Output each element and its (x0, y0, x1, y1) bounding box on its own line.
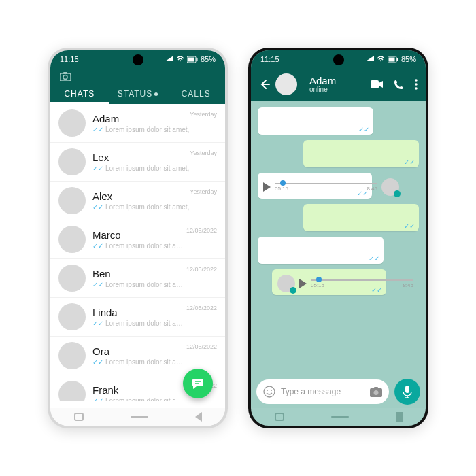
android-nav-bar (50, 408, 225, 426)
battery-icon (187, 56, 198, 63)
outgoing-message[interactable]: ✓✓ (303, 204, 419, 231)
chat-preview: ✓✓Lorem ipsum dolor sit amet, (92, 203, 190, 211)
read-ticks-icon: ✓✓ (92, 165, 103, 172)
read-ticks-icon: ✓✓ (92, 358, 103, 366)
chat-avatar (58, 381, 86, 401)
read-ticks-icon: ✓✓ (358, 126, 369, 133)
back-button[interactable] (195, 412, 202, 422)
chat-row[interactable]: Linda ✓✓Lorem ipsum dolor sit amet 12/05… (50, 298, 225, 337)
svg-rect-1 (188, 57, 194, 61)
wifi-icon (165, 56, 173, 63)
svg-point-4 (63, 75, 67, 80)
chat-preview: ✓✓Lorem ipsum dolor sit amet (92, 320, 186, 327)
read-ticks-icon: ✓✓ (404, 222, 415, 230)
battery-percent: 85% (401, 55, 416, 63)
signal-icon (377, 56, 385, 63)
chat-preview: ✓✓Lorem ipsum dolor sit amet, (92, 126, 190, 133)
chat-row[interactable]: Marco ✓✓Lorem ipsum dolor sit amet 12/05… (50, 220, 225, 259)
voice-record-button[interactable] (394, 379, 420, 405)
chat-preview: ✓✓Lorem ipsum dolor sit amet (92, 397, 186, 401)
chat-preview: ✓✓Lorem ipsum dolor sit amet (92, 242, 186, 250)
message-placeholder: Type a message (281, 387, 364, 396)
camera-icon[interactable] (60, 72, 71, 81)
message-input[interactable]: Type a message (256, 379, 389, 404)
chat-row[interactable]: Alex ✓✓Lorem ipsum dolor sit amet, Yeste… (50, 182, 225, 220)
message-area[interactable]: ✓✓ ✓✓ 05:158:45 ✓✓ ✓✓ ✓✓ (251, 101, 426, 374)
read-ticks-icon: ✓✓ (357, 190, 368, 197)
chat-avatar (58, 187, 86, 214)
back-button[interactable] (396, 412, 403, 422)
svg-point-13 (415, 83, 418, 86)
svg-rect-5 (63, 72, 67, 74)
contact-avatar[interactable] (275, 73, 297, 95)
contact-name: Adam (309, 75, 336, 86)
recent-apps-button[interactable] (275, 413, 284, 421)
read-ticks-icon: ✓✓ (92, 281, 103, 288)
tab-bar: CHATS STATUS CALLS (50, 84, 225, 104)
read-ticks-icon: ✓✓ (369, 255, 379, 262)
chat-row[interactable]: Adam ✓✓Lorem ipsum dolor sit amet, Yeste… (50, 104, 225, 143)
chat-row[interactable]: Lex ✓✓Lorem ipsum dolor sit amet, Yester… (50, 143, 225, 182)
chat-time: 12/05/2022 (186, 305, 217, 311)
message-composer: Type a message (251, 375, 426, 408)
read-ticks-icon: ✓✓ (371, 286, 382, 294)
chat-time: Yesterday (190, 111, 217, 118)
video-call-icon[interactable] (371, 80, 383, 88)
outgoing-message[interactable]: ✓✓ (303, 140, 419, 167)
battery-icon (388, 56, 398, 63)
signal-icon (176, 56, 184, 63)
outgoing-voice-message[interactable]: 05:158:45 ✓✓ (272, 269, 386, 295)
voice-progress[interactable] (275, 183, 377, 184)
voice-time-duration: 8:45 (403, 282, 413, 288)
incoming-message[interactable]: ✓✓ (258, 237, 384, 264)
voice-progress[interactable] (311, 279, 413, 281)
contact-status: online (309, 86, 336, 93)
chat-avatar (58, 303, 86, 330)
svg-point-12 (415, 79, 418, 82)
chat-time: Yesterday (190, 188, 217, 195)
home-button[interactable] (331, 416, 349, 418)
tab-status-label: STATUS (118, 89, 153, 99)
chat-time: 12/05/2022 (186, 266, 217, 273)
recent-apps-button[interactable] (74, 413, 84, 421)
play-icon[interactable] (263, 182, 271, 192)
more-menu-icon[interactable] (415, 79, 418, 90)
voice-call-icon[interactable] (394, 80, 404, 90)
attach-camera-icon[interactable] (370, 387, 382, 397)
chat-name: Linda (92, 307, 186, 318)
chat-avatar (58, 109, 86, 137)
svg-point-17 (271, 390, 272, 391)
home-button[interactable] (131, 416, 148, 418)
sender-avatar (381, 178, 399, 196)
chat-time: 12/05/2022 (186, 227, 217, 234)
play-icon[interactable] (299, 279, 307, 288)
conversation-header: Adam online (251, 68, 426, 101)
chat-preview: ✓✓Lorem ipsum dolor sit amet (92, 358, 186, 366)
chat-row[interactable]: Ben ✓✓Lorem ipsum dolor sit amet 12/05/2… (50, 259, 225, 298)
emoji-icon[interactable] (263, 386, 275, 398)
voice-time-current: 05:15 (311, 282, 324, 288)
svg-rect-21 (405, 386, 409, 393)
contact-info[interactable]: Adam online (309, 75, 336, 93)
svg-point-14 (415, 87, 418, 90)
chat-avatar (58, 342, 86, 369)
chat-time: 12/05/2022 (186, 343, 217, 350)
tab-calls-label: CALLS (182, 89, 211, 99)
tab-chats[interactable]: CHATS (50, 84, 109, 104)
app-header: CHATS STATUS CALLS (50, 68, 225, 104)
svg-rect-3 (60, 73, 71, 81)
incoming-voice-message[interactable]: 05:158:45 ✓✓ (258, 173, 372, 199)
chat-avatar (58, 226, 86, 253)
new-chat-button[interactable] (183, 369, 213, 398)
read-ticks-icon: ✓✓ (92, 397, 103, 401)
tab-status[interactable]: STATUS (109, 84, 167, 104)
chat-name: Frank (92, 384, 186, 396)
sender-avatar (277, 275, 295, 292)
tab-calls[interactable]: CALLS (167, 84, 225, 104)
chat-list[interactable]: Adam ✓✓Lorem ipsum dolor sit amet, Yeste… (50, 104, 225, 401)
svg-rect-2 (196, 58, 197, 61)
back-arrow-icon[interactable] (259, 79, 270, 90)
voice-time-current: 05:15 (275, 186, 288, 192)
incoming-message[interactable]: ✓✓ (258, 107, 373, 135)
read-ticks-icon: ✓✓ (92, 320, 103, 327)
